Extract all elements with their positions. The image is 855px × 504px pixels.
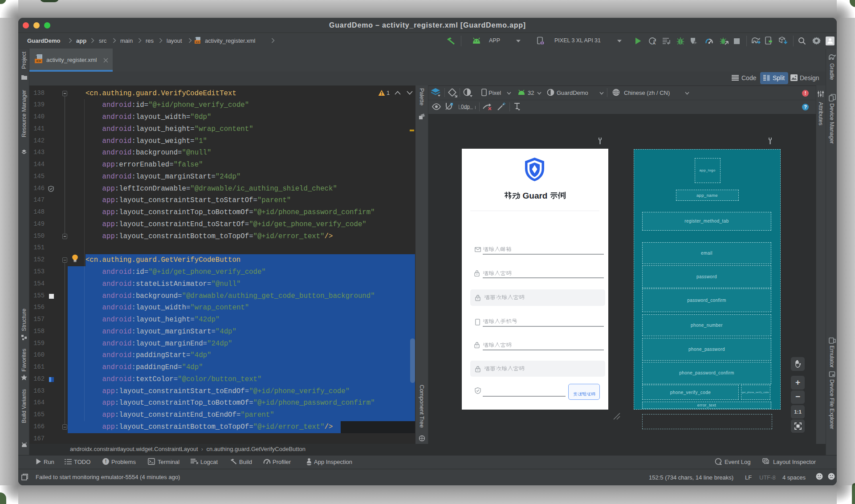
svg-text:A: A <box>653 41 656 45</box>
svg-text:<>: <> <box>36 59 41 63</box>
svg-text:<>: <> <box>195 40 200 44</box>
